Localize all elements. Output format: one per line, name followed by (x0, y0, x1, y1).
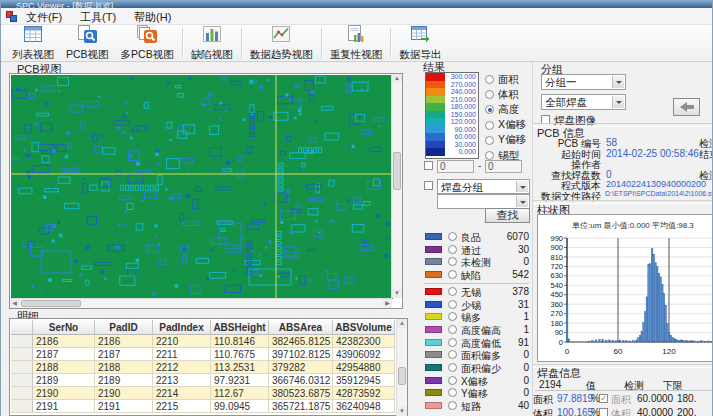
metric-option-4[interactable]: Y偏移 (485, 135, 526, 146)
detail-row-selector[interactable] (11, 387, 33, 400)
detail-cell[interactable]: 36240948 (333, 400, 395, 413)
pcb-board-canvas[interactable] (11, 75, 393, 299)
scroll-up-icon[interactable]: ▲ (397, 319, 407, 328)
detail-row-selector[interactable] (11, 374, 33, 387)
detail-cell[interactable]: 397102.8125 (269, 348, 333, 361)
detail-cell[interactable]: 2191 (33, 400, 95, 413)
detail-cell[interactable]: 42954880 (333, 361, 395, 374)
legend-radio[interactable] (448, 338, 457, 347)
pcb-view-panel[interactable]: ▲ ▼ ◀ ▶ (9, 73, 403, 309)
back-arrow-button[interactable] (673, 98, 700, 116)
legend-radio[interactable] (448, 287, 457, 296)
metric-radio[interactable] (485, 151, 494, 160)
toolbar-button-pcb-view[interactable]: PCB视图 (60, 25, 115, 61)
detail-cell[interactable]: 43906092 (333, 348, 395, 361)
detail-cell[interactable]: 110.7675 (211, 348, 269, 361)
detail-cell[interactable]: 365721.1875 (269, 400, 333, 413)
metric-option-2[interactable]: 高度 (485, 104, 519, 115)
legend-radio[interactable] (448, 401, 457, 410)
pad-select[interactable]: 全部焊盘 (541, 94, 626, 110)
metric-radio[interactable] (485, 105, 494, 114)
detail-column-header[interactable]: PadID (95, 320, 153, 335)
menu-item-1[interactable]: 工具(T) (71, 11, 125, 23)
legend-item-0-1[interactable]: 通过30 (423, 244, 531, 256)
detail-row-selector[interactable] (11, 400, 33, 413)
detail-cell[interactable]: 2186 (33, 335, 95, 348)
range-to-input[interactable] (485, 160, 522, 173)
metric-radio[interactable] (485, 75, 494, 84)
legend-radio[interactable] (448, 270, 457, 279)
secondary-filter-select[interactable] (437, 194, 530, 209)
metric-option-0[interactable]: 面积 (485, 74, 519, 85)
detail-cell[interactable]: 2191 (95, 400, 153, 413)
detail-cell[interactable]: 2188 (33, 361, 95, 374)
group-select[interactable]: 分组一 (541, 74, 626, 90)
group-filter-select[interactable]: 焊盘分组 (437, 179, 530, 194)
scroll-left-icon[interactable]: ◀ (10, 299, 19, 308)
legend-radio[interactable] (448, 245, 457, 254)
chevron-down-icon[interactable] (516, 181, 528, 192)
menu-item-0[interactable]: 文件(F) (17, 11, 71, 23)
legend-radio[interactable] (448, 363, 457, 372)
detail-cell[interactable]: 382465.8125 (269, 335, 333, 348)
detail-cell[interactable]: 2188 (95, 361, 153, 374)
detail-cell[interactable]: 112.67 (211, 387, 269, 400)
detail-cell[interactable]: 2214 (153, 387, 211, 400)
legend-radio[interactable] (448, 312, 457, 321)
legend-radio[interactable] (448, 257, 457, 266)
detail-table[interactable]: SerNoPadIDPadIndexABSHeightABSAreaABSVol… (11, 320, 395, 413)
detail-cell[interactable]: 97.9231 (211, 374, 269, 387)
legend-item-1-5[interactable]: 面积偏多0 (423, 349, 531, 361)
detail-vertical-scrollbar[interactable]: ▲ ▼ (396, 319, 407, 416)
legend-item-1-7[interactable]: X偏移0 (423, 375, 531, 387)
detail-cell[interactable]: 2213 (153, 374, 211, 387)
chevron-down-icon[interactable] (516, 196, 528, 207)
legend-item-1-9[interactable]: 短路40 (423, 400, 531, 412)
legend-item-1-1[interactable]: 少锡31 (423, 299, 531, 311)
legend-item-1-3[interactable]: 高度偏高1 (423, 324, 531, 336)
legend-item-1-0[interactable]: 无锡378 (423, 286, 531, 298)
detail-cell[interactable]: 42382300 (333, 335, 395, 348)
detail-row-selector[interactable] (11, 335, 33, 348)
detail-cell[interactable]: 35912945 (333, 374, 395, 387)
pad-metric-checkbox[interactable] (599, 408, 608, 416)
toolbar-button-repeat-view[interactable]: 重复性视图 (324, 25, 389, 61)
detail-column-header[interactable]: ABSHeight (211, 320, 269, 335)
toolbar-button-list-view[interactable]: 列表视图 (6, 25, 60, 61)
legend-radio[interactable] (448, 232, 457, 241)
detail-row-selector[interactable] (11, 361, 33, 374)
legend-item-0-0[interactable]: 良品6070 (423, 231, 531, 243)
scroll-down-icon[interactable]: ▼ (392, 289, 402, 298)
scrollbar-thumb[interactable] (21, 300, 81, 307)
toolbar-button-multi-pcb-view[interactable]: 多PCB视图 (115, 25, 180, 61)
detail-cell[interactable]: 2187 (33, 348, 95, 361)
detail-column-header[interactable]: ABSArea (269, 320, 333, 335)
legend-radio[interactable] (448, 376, 457, 385)
legend-item-1-6[interactable]: 面积偏少0 (423, 362, 531, 374)
detail-cell[interactable]: 113.2531 (211, 361, 269, 374)
scrollbar-thumb[interactable] (398, 367, 406, 385)
detail-cell[interactable]: 366746.0312 (269, 374, 333, 387)
detail-column-header[interactable]: SerNo (33, 320, 95, 335)
legend-item-1-8[interactable]: Y偏移0 (423, 387, 531, 399)
legend-item-1-2[interactable]: 锡多1 (423, 311, 531, 323)
scrollbar-thumb[interactable] (393, 152, 401, 190)
detail-row-selector[interactable] (11, 348, 33, 361)
legend-item-0-2[interactable]: 未检测0 (423, 256, 531, 268)
menu-item-2[interactable]: 帮助(H) (125, 11, 180, 23)
detail-cell[interactable]: 2189 (95, 374, 153, 387)
range-from-input[interactable] (437, 160, 474, 173)
detail-cell[interactable]: 2190 (95, 387, 153, 400)
detail-cell[interactable]: 2215 (153, 400, 211, 413)
metric-radio[interactable] (485, 121, 494, 130)
detail-column-header[interactable]: ABSVolume (333, 320, 395, 335)
legend-radio[interactable] (448, 350, 457, 359)
chevron-down-icon[interactable] (612, 96, 624, 108)
detail-cell[interactable]: 99.0945 (211, 400, 269, 413)
detail-cell[interactable]: 380523.6875 (269, 387, 333, 400)
legend-radio[interactable] (448, 300, 457, 309)
pad-metric-checkbox[interactable]: ✓ (599, 394, 608, 403)
range-filter-checkbox[interactable] (424, 161, 433, 170)
legend-item-0-3[interactable]: 缺陷542 (423, 269, 531, 281)
search-button[interactable]: 查找 (485, 208, 530, 223)
